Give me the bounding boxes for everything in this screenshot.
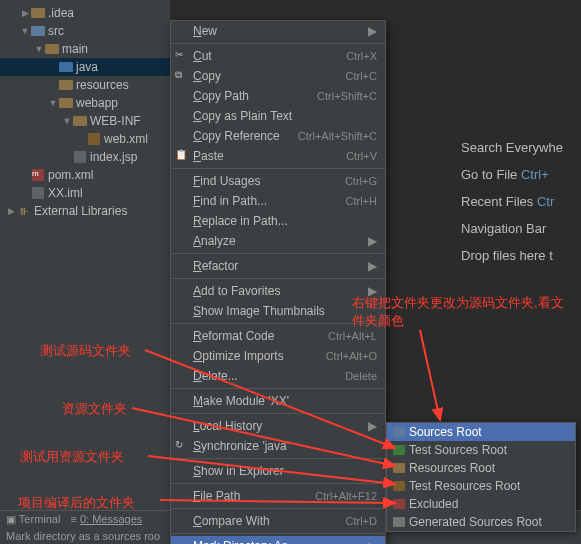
expand-arrow-icon[interactable] xyxy=(48,98,58,108)
annotation-top: 右键把文件夹更改为源码文件夹,看文件夹颜色 xyxy=(352,294,572,330)
submenu-item[interactable]: Generated Sources Root xyxy=(387,513,575,531)
tree-item[interactable]: webapp xyxy=(0,94,170,112)
menu-item[interactable]: Mark Directory As▶ xyxy=(171,536,385,544)
folder-icon xyxy=(58,78,74,92)
folder-color-icon xyxy=(393,463,405,473)
menu-item-label: Make Module 'XX' xyxy=(193,394,377,408)
menu-item-label: Paste xyxy=(193,149,346,163)
menu-item[interactable]: Show in Explorer xyxy=(171,461,385,481)
menu-item-label: Add to Favorites xyxy=(193,284,364,298)
menu-shortcut: Ctrl+D xyxy=(346,515,377,527)
menu-separator xyxy=(171,458,385,459)
tree-item[interactable]: web.xml xyxy=(0,130,170,148)
menu-item[interactable]: ⧉CopyCtrl+C xyxy=(171,66,385,86)
menu-item[interactable]: 📋PasteCtrl+V xyxy=(171,146,385,166)
menu-item-label: Compare With xyxy=(193,514,346,528)
submenu-arrow-icon: ▶ xyxy=(368,24,377,38)
folder-icon xyxy=(30,6,46,20)
tree-item[interactable]: main xyxy=(0,40,170,58)
menu-item-label: Copy Path xyxy=(193,89,317,103)
submenu-item[interactable]: Excluded xyxy=(387,495,575,513)
context-menu[interactable]: New▶✂CutCtrl+X⧉CopyCtrl+CCopy PathCtrl+S… xyxy=(170,20,386,544)
menu-item[interactable]: Compare WithCtrl+D xyxy=(171,511,385,531)
sync-icon: ↻ xyxy=(175,439,189,453)
tree-item[interactable]: WEB-INF xyxy=(0,112,170,130)
tree-item[interactable]: index.jsp xyxy=(0,148,170,166)
tree-item[interactable]: src xyxy=(0,22,170,40)
tree-item-label: WEB-INF xyxy=(90,114,141,128)
annotation-test-sources: 测试源码文件夹 xyxy=(40,342,131,360)
tree-item-label: webapp xyxy=(76,96,118,110)
tree-item-label: .idea xyxy=(48,6,74,20)
menu-item-label: Show Image Thumbnails xyxy=(193,304,377,318)
tree-item-label: pom.xml xyxy=(48,168,93,182)
menu-item[interactable]: Copy ReferenceCtrl+Alt+Shift+C xyxy=(171,126,385,146)
menu-item-label: Cut xyxy=(193,49,346,63)
mark-directory-submenu[interactable]: Sources RootTest Sources RootResources R… xyxy=(386,422,576,532)
submenu-item[interactable]: Test Resources Root xyxy=(387,477,575,495)
menu-item[interactable]: Make Module 'XX' xyxy=(171,391,385,411)
tree-item[interactable]: mpom.xml xyxy=(0,166,170,184)
annotation-excluded: 项目编译后的文件夹 xyxy=(18,494,135,512)
menu-item-label: Synchronize 'java' xyxy=(193,439,377,453)
file-icon xyxy=(72,150,88,164)
submenu-arrow-icon: ▶ xyxy=(368,234,377,248)
tree-item[interactable]: XX.iml xyxy=(0,184,170,202)
submenu-item[interactable]: Sources Root xyxy=(387,423,575,441)
menu-separator xyxy=(171,533,385,534)
tree-item[interactable]: java xyxy=(0,58,170,76)
expand-arrow-icon[interactable] xyxy=(20,8,30,18)
expand-arrow-icon[interactable] xyxy=(34,44,44,54)
tree-item-label: XX.iml xyxy=(48,186,83,200)
menu-separator xyxy=(171,43,385,44)
submenu-item-label: Generated Sources Root xyxy=(409,515,542,529)
messages-tab[interactable]: ≡ 0: Messages xyxy=(70,513,142,526)
tree-item[interactable]: resources xyxy=(0,76,170,94)
tree-item[interactable]: .idea xyxy=(0,4,170,22)
submenu-item[interactable]: Resources Root xyxy=(387,459,575,477)
menu-shortcut: Ctrl+V xyxy=(346,150,377,162)
menu-item[interactable]: New▶ xyxy=(171,21,385,41)
menu-item[interactable]: Find in Path...Ctrl+H xyxy=(171,191,385,211)
menu-item[interactable]: Delete...Delete xyxy=(171,366,385,386)
submenu-item-label: Sources Root xyxy=(409,425,482,439)
tree-item-label: src xyxy=(48,24,64,38)
folder-color-icon xyxy=(393,499,405,509)
menu-item-label: File Path xyxy=(193,489,315,503)
menu-shortcut: Ctrl+Alt+O xyxy=(326,350,377,362)
hint-navbar: Navigation Bar xyxy=(461,221,581,236)
copy-icon: ⧉ xyxy=(175,69,189,83)
menu-item[interactable]: Refactor▶ xyxy=(171,256,385,276)
expand-arrow-icon[interactable] xyxy=(62,116,72,126)
submenu-arrow-icon: ▶ xyxy=(368,259,377,273)
tree-item[interactable]: ⊪External Libraries xyxy=(0,202,170,220)
tree-item-label: web.xml xyxy=(104,132,148,146)
submenu-item-label: Excluded xyxy=(409,497,458,511)
menu-item[interactable]: File PathCtrl+Alt+F12 xyxy=(171,486,385,506)
expand-arrow-icon[interactable] xyxy=(6,206,16,216)
menu-item[interactable]: ✂CutCtrl+X xyxy=(171,46,385,66)
menu-item[interactable]: Copy PathCtrl+Shift+C xyxy=(171,86,385,106)
submenu-item-label: Test Sources Root xyxy=(409,443,507,457)
folder-color-icon xyxy=(393,427,405,437)
submenu-arrow-icon: ▶ xyxy=(368,419,377,433)
menu-item[interactable]: Analyze▶ xyxy=(171,231,385,251)
editor-hints: Search Everywhe Go to File Ctrl+ Recent … xyxy=(461,140,581,275)
menu-item[interactable]: Optimize ImportsCtrl+Alt+O xyxy=(171,346,385,366)
menu-item[interactable]: Find UsagesCtrl+G xyxy=(171,171,385,191)
menu-separator xyxy=(171,413,385,414)
menu-shortcut: Ctrl+Alt+F12 xyxy=(315,490,377,502)
menu-item[interactable]: ↻Synchronize 'java' xyxy=(171,436,385,456)
menu-shortcut: Ctrl+Alt+Shift+C xyxy=(298,130,377,142)
menu-shortcut: Ctrl+X xyxy=(346,50,377,62)
lib-icon: ⊪ xyxy=(16,204,32,218)
expand-arrow-icon[interactable] xyxy=(20,26,30,36)
menu-item[interactable]: Copy as Plain Text xyxy=(171,106,385,126)
terminal-tab[interactable]: ▣ Terminal xyxy=(6,513,60,526)
annotation-resources: 资源文件夹 xyxy=(62,400,127,418)
folder-icon xyxy=(44,42,60,56)
submenu-item[interactable]: Test Sources Root xyxy=(387,441,575,459)
menu-item[interactable]: Local History▶ xyxy=(171,416,385,436)
menu-separator xyxy=(171,388,385,389)
menu-item[interactable]: Replace in Path... xyxy=(171,211,385,231)
